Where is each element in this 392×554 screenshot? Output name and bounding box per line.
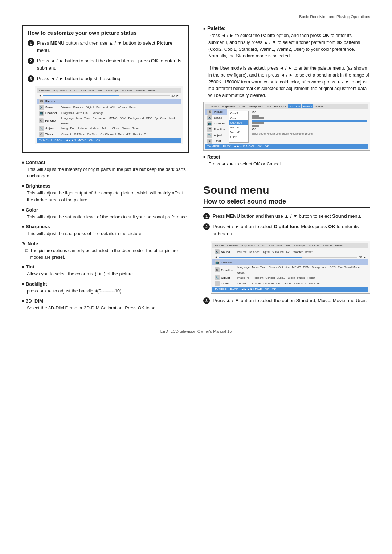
pal-adjust-label: Adjust xyxy=(214,134,222,137)
snd-adj-reset: Reset xyxy=(307,276,315,279)
pal-timer-icon: ⏱ xyxy=(207,139,212,144)
note-item-1: The picture options can only be adjusted… xyxy=(25,247,189,260)
timer-item-remindt: Remind T. xyxy=(118,132,131,136)
menu-row-function-label: Function xyxy=(45,119,60,122)
menu-header-3ddim: 3D_DIM xyxy=(121,89,134,93)
right-column: Palette: Press ◄ / ► to select the Palet… xyxy=(203,25,370,315)
color-text: This will adjust the saturation level of… xyxy=(27,214,189,221)
snd-footer-back: BACK xyxy=(230,288,238,291)
snd-footer-move: ◄►▲▼ MOVE xyxy=(241,288,262,291)
header-label-text: Basic Receiving and Playing Operations xyxy=(299,15,370,19)
snd-timer-items: Current. Off Time On Time On Channel Rem… xyxy=(237,282,323,285)
function-item-picture: Picture set xyxy=(93,116,106,120)
step-1-text: Press MENU button and then use ▲ / ▼ but… xyxy=(37,40,183,54)
3ddim-text: Select the 3D-DIM Demo or 3D-DIM Calibra… xyxy=(27,305,189,312)
snd-adj-clock: Clock xyxy=(288,276,295,279)
reset-text: Press ◄ / ► to select OK or Cancel. xyxy=(208,161,370,168)
snd-sound-items: Volume Balance Digital Surround AVL Woof… xyxy=(237,250,313,254)
sound-step-3: 3 Press ▲ / ▼ button to select the optio… xyxy=(203,297,370,304)
pal-hdr-brightness: Brightness xyxy=(221,104,237,108)
snd-fi-background: Background xyxy=(312,266,327,269)
color-section: Color This will adjust the saturation le… xyxy=(22,207,189,221)
menu-header-reset: Reset xyxy=(147,89,157,93)
function-item-language: Language xyxy=(61,116,74,120)
step-3-num: 3 xyxy=(28,75,34,82)
sound-menu-title: Sound menu xyxy=(203,184,370,196)
adjust-items: Image Po. Horizont Vertical Auto... Cloc… xyxy=(61,127,139,130)
menu-header-color: Color xyxy=(69,89,78,93)
snd-t-onchannel: On Channel xyxy=(276,282,291,285)
pal-hdr-3ddim: 3D_DIM xyxy=(288,104,301,108)
footer-tvmenu: TV.MENU xyxy=(39,139,52,142)
snd-row-selected: 📺 Channel xyxy=(212,259,368,265)
sound-item-volume: Volume xyxy=(61,106,71,109)
snd-hdr-color: Color xyxy=(257,243,266,247)
reset-title: Reset xyxy=(203,154,370,160)
timer-item-onchannel: On Channel xyxy=(100,132,116,136)
adjust-item-clock: Clock xyxy=(112,127,119,130)
adjust-item-imagepo: Image Po. xyxy=(61,127,74,130)
menu-row-picture-label: Picture xyxy=(45,100,60,103)
palette-bar-3 xyxy=(252,120,367,122)
sound-item-balance: Balance xyxy=(73,106,84,109)
page-header-label: Basic Receiving and Playing Operations xyxy=(22,15,370,19)
pal-function-label: Function xyxy=(214,128,225,131)
palette-bar-list xyxy=(252,115,367,127)
step-2: 2 Press ◄ / ► button to select the desir… xyxy=(28,57,183,71)
tint-section: Tint Allows you to select the color mix … xyxy=(22,264,189,278)
pal-hdr-backlight: Backlight xyxy=(273,104,287,108)
snd-timer-icon: ⏱ xyxy=(215,281,220,286)
backlight-title: Backlight xyxy=(22,281,189,287)
menu-row-sound: 🔊 Sound Volume Balance Digital Surround … xyxy=(37,104,181,110)
snd-slider-value: 50 xyxy=(359,255,362,259)
backlight-section: Backlight press ◄ / ► to adjust the back… xyxy=(22,281,189,295)
snd-hdr-brightness: Brightness xyxy=(240,243,256,247)
function-item-reset: Reset xyxy=(61,122,69,125)
snd-fi-eyeguard: Eye Guard Mode xyxy=(338,266,360,269)
timer-item-current: Current. xyxy=(61,132,72,136)
left-column: How to customize your own picture status… xyxy=(22,25,189,315)
palette-options-list: Cool2 Cool1 Standard Warm1 Warm2 User xyxy=(229,111,249,143)
snd-hdr-sharpness: Sharpness xyxy=(268,243,283,247)
snd-hdr-3ddim: 3D_DIM xyxy=(308,243,320,247)
note-title: Note xyxy=(22,241,189,246)
snd-row-sound: 🔊 Sound Volume Balance Digital Surround … xyxy=(212,249,368,255)
footer-move: ◄►▲▼ MOVE xyxy=(65,139,86,142)
sound-step-1-text: Press MENU button and then use ▲ / ▼ but… xyxy=(213,213,361,220)
timer-item-remindc: Remind C. xyxy=(133,132,147,136)
menu-row-timer-label: Timer xyxy=(45,132,60,136)
menu-header-sharpness: Sharpness xyxy=(79,89,95,93)
snd-adj-horizont: Horizont xyxy=(252,276,263,279)
palette-bar-2 xyxy=(252,117,367,119)
sound-step-2-text: Press ◄ / ► button to select Digital ton… xyxy=(213,223,370,237)
menu-header-row: Contrast Brightness Color Sharpness Tint… xyxy=(37,88,181,93)
snd-row-adjust: 🔧 Adjust Image Po. Horizont Vertical Aut… xyxy=(212,275,368,280)
menu-screenshot: Contrast Brightness Color Sharpness Tint… xyxy=(35,86,183,144)
snd-item-reset: Reset xyxy=(305,250,313,254)
snd-adjust-icon: 🔧 xyxy=(215,275,220,280)
channel-item-autotun: Auto Tun. xyxy=(76,111,89,115)
function-item-eyeguard: Eye Guard Mode xyxy=(154,116,176,120)
timer-icon: ⏱ xyxy=(39,132,44,137)
adjust-icon: 🔧 xyxy=(39,126,44,131)
snd-slider xyxy=(219,257,357,258)
palette-val-top: +50 xyxy=(252,111,367,114)
pal-sound-label: Sound xyxy=(214,116,222,119)
page: Basic Receiving and Playing Operations H… xyxy=(0,0,392,554)
menu-slider xyxy=(43,95,170,96)
sound-how-to-title: How to select sound mode xyxy=(203,198,370,208)
footer-ok1: OK xyxy=(89,139,94,142)
snd-hdr-backlight: Backlight xyxy=(293,243,306,247)
palette-opt-cool1: Cool1 xyxy=(229,116,248,120)
brightness-text: This will adjust the light output of the… xyxy=(27,190,189,204)
palette-row-adjust: 🔧 Adjust xyxy=(205,132,227,138)
menu-row-adjust-label: Adjust xyxy=(45,127,60,130)
backlight-text: press ◄ / ► to adjust the backlight(0---… xyxy=(27,288,189,295)
bar-4-fill xyxy=(252,122,264,124)
menu-rows: 🖼 Picture 🔊 Sound Volume Balance Digital… xyxy=(37,98,181,138)
snd-adj-vertical: Vertical xyxy=(265,276,275,279)
snd-hdr-tint: Tint xyxy=(285,243,291,247)
snd-adjust-label: Adjust xyxy=(221,276,236,279)
snd-function-icon: ⚙ xyxy=(215,267,220,272)
tint-title: Tint xyxy=(22,264,189,270)
